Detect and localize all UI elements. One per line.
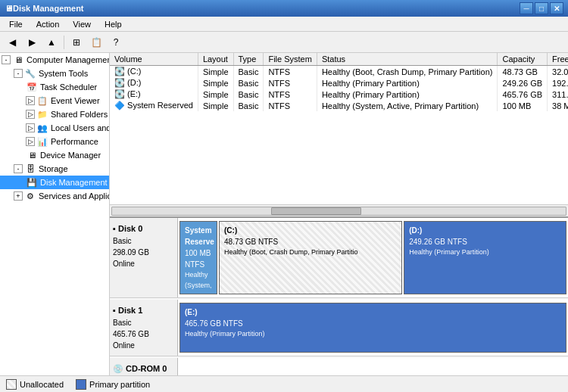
disk-partition[interactable]: (C:) 48.73 GB NTFS Healthy (Boot, Crash …	[219, 221, 402, 294]
tree-item-computer-mgmt[interactable]: - 🖥 Computer Management (Local	[0, 53, 109, 67]
tree-item-performance[interactable]: ▷ 📊 Performance	[0, 135, 109, 148]
properties-button[interactable]: 📋	[87, 34, 105, 51]
horizontal-scrollbar[interactable]	[110, 204, 568, 216]
disk-partition[interactable]: System Reserve 100 MB NTFS Healthy (Syst…	[179, 221, 217, 294]
cell-capacity: 465.76 GB	[498, 89, 548, 100]
cell-volume: 💽 (D:)	[110, 77, 198, 89]
partition-status: Healthy (Primary Partition)	[185, 329, 561, 340]
tree-item-shared-folders[interactable]: ▷ 📁 Shared Folders	[0, 107, 109, 121]
tree-label-event-viewer: Event Viewer	[51, 96, 100, 105]
table-area[interactable]: Volume Layout Type File System Status Ca…	[110, 53, 568, 204]
disk-mgmt-icon: 💾	[26, 176, 38, 188]
expander-computer-mgmt[interactable]: -	[2, 55, 11, 64]
tree-item-task-scheduler[interactable]: 📅 Task Scheduler	[0, 80, 109, 94]
partition-status: Healthy (System,	[185, 270, 212, 291]
col-layout[interactable]: Layout	[198, 53, 233, 66]
tree-item-system-tools[interactable]: - 🔧 System Tools	[0, 67, 109, 80]
disk-partitions	[178, 358, 568, 376]
tree-item-disk-mgmt[interactable]: 💾 Disk Management	[0, 176, 109, 189]
menu-file[interactable]: File	[3, 18, 29, 30]
forward-button[interactable]: ▶	[23, 34, 41, 51]
partition-size: 100 MB NTFS	[185, 247, 212, 270]
maximize-button[interactable]: □	[535, 2, 548, 14]
status-bar: Unallocated Primary partition	[0, 375, 568, 392]
partition-name: (D:)	[409, 225, 561, 236]
tree-item-services-apps[interactable]: + ⚙ Services and Applications	[0, 189, 109, 203]
cell-type: Basic	[233, 77, 264, 89]
table-row[interactable]: 💽 (E:) Simple Basic NTFS Healthy (Primar…	[110, 89, 568, 100]
expander-local-users[interactable]: ▷	[26, 123, 35, 132]
computer-icon: 🖥	[12, 54, 24, 66]
expander-services-apps[interactable]: +	[14, 191, 23, 201]
back-button[interactable]: ◀	[3, 34, 21, 51]
disk-info: ▪ Disk 1Basic465.76 GBOnline	[110, 300, 178, 356]
expander-event-viewer[interactable]: ▷	[26, 96, 35, 105]
cell-freespace: 38 MB	[548, 100, 568, 111]
h-scroll-track[interactable]	[111, 207, 566, 216]
local-users-icon: 👥	[36, 122, 48, 134]
col-status[interactable]: Status	[317, 53, 498, 66]
disk-partition[interactable]: (D:) 249.26 GB NTFS Healthy (Primary Par…	[404, 221, 566, 294]
expander-shared-folders[interactable]: ▷	[26, 110, 35, 119]
title-bar-buttons: ─ □ ✕	[520, 2, 563, 14]
disk-icon: ▪	[113, 306, 118, 315]
disk-name: ▪ Disk 1	[113, 304, 174, 317]
table-row[interactable]: 💽 (D:) Simple Basic NTFS Healthy (Primar…	[110, 77, 568, 89]
cell-status: Healthy (System, Active, Primary Partiti…	[317, 100, 498, 111]
cell-filesystem: NTFS	[264, 77, 317, 89]
col-capacity[interactable]: Capacity	[498, 53, 548, 66]
close-button[interactable]: ✕	[550, 2, 563, 14]
partition-size: 465.76 GB NTFS	[185, 318, 561, 329]
tree-label-services-apps: Services and Applications	[39, 191, 110, 201]
col-freespace[interactable]: Free Space	[548, 53, 568, 66]
cell-filesystem: NTFS	[264, 66, 317, 78]
tree-label-shared-folders: Shared Folders	[51, 110, 108, 119]
cell-status: Healthy (Boot, Crash Dump, Primary Parti…	[317, 66, 498, 78]
tree-item-local-users[interactable]: ▷ 👥 Local Users and Groups	[0, 121, 109, 135]
legend-primary-label: Primary partition	[89, 380, 150, 389]
legend-unallocated-box	[6, 379, 17, 390]
tree-item-storage[interactable]: - 🗄 Storage	[0, 162, 109, 176]
partition-name: (E:)	[185, 306, 561, 318]
left-panel[interactable]: - 🖥 Computer Management (Local - 🔧 Syste…	[0, 53, 110, 375]
tree-item-device-manager[interactable]: 🖥 Device Manager	[0, 148, 109, 162]
col-filesystem[interactable]: File System	[264, 53, 317, 66]
shared-folders-icon: 📁	[36, 108, 48, 120]
menu-view[interactable]: View	[67, 18, 97, 30]
col-volume[interactable]: Volume	[110, 53, 198, 66]
tree-label-device-manager: Device Manager	[40, 151, 101, 160]
show-hide-button[interactable]: ⊞	[67, 34, 86, 51]
disk-area[interactable]: ▪ Disk 0Basic298.09 GBOnline System Rese…	[110, 216, 568, 375]
help-button[interactable]: ?	[107, 34, 125, 51]
legend-primary: Primary partition	[76, 379, 150, 390]
menu-action[interactable]: Action	[30, 18, 66, 30]
expander-storage[interactable]: -	[14, 164, 23, 173]
table-row[interactable]: 💽 (C:) Simple Basic NTFS Healthy (Boot, …	[110, 66, 568, 78]
cell-type: Basic	[233, 66, 264, 78]
tree-label-local-users: Local Users and Groups	[51, 123, 110, 132]
menu-help[interactable]: Help	[98, 18, 128, 30]
disk-info: ▪ Disk 0Basic298.09 GBOnline	[110, 218, 178, 297]
h-scroll-thumb[interactable]	[271, 207, 362, 215]
minimize-button[interactable]: ─	[520, 2, 533, 14]
expander-system-tools[interactable]: -	[14, 69, 23, 78]
disk-icon: ▪	[113, 224, 118, 233]
expander-performance[interactable]: ▷	[26, 137, 35, 146]
cell-freespace: 32.08 GB	[548, 66, 568, 78]
up-button[interactable]: ▲	[42, 34, 61, 51]
table-row[interactable]: 🔷 System Reserved Simple Basic NTFS Heal…	[110, 100, 568, 111]
disk-row: ▪ Disk 1Basic465.76 GBOnline (E:) 465.76…	[110, 300, 568, 356]
cell-layout: Simple	[198, 77, 233, 89]
cell-capacity: 100 MB	[498, 100, 548, 111]
cell-filesystem: NTFS	[264, 100, 317, 111]
services-apps-icon: ⚙	[24, 190, 36, 202]
disk-type: Basic	[113, 235, 174, 247]
tree-label-performance: Performance	[51, 137, 98, 146]
tree-item-event-viewer[interactable]: ▷ 📋 Event Viewer	[0, 94, 109, 107]
col-type[interactable]: Type	[233, 53, 264, 66]
disk-partition[interactable]: (E:) 465.76 GB NTFS Healthy (Primary Par…	[179, 303, 566, 353]
partition-name: System Reserve	[185, 225, 212, 247]
cell-type: Basic	[233, 100, 264, 111]
cell-volume: 💽 (C:)	[110, 66, 198, 78]
cell-layout: Simple	[198, 100, 233, 111]
